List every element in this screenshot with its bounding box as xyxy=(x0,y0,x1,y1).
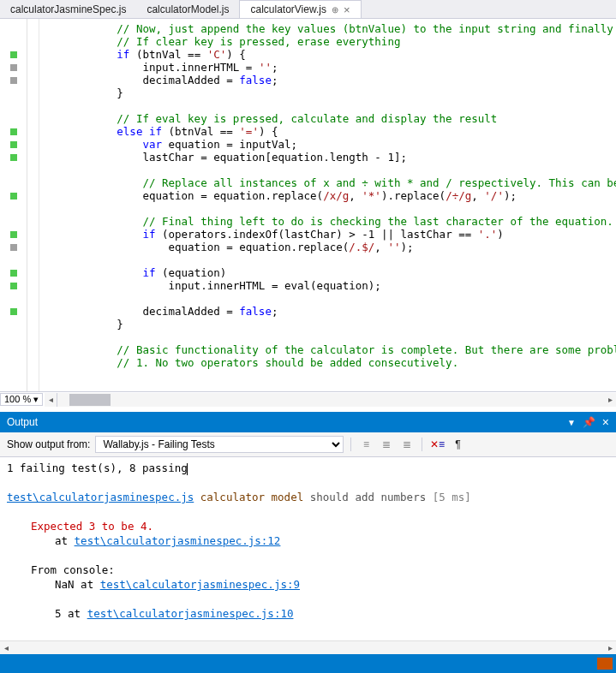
coverage-marker xyxy=(0,253,27,266)
code-line[interactable]: // Basic functionality of the calculator… xyxy=(39,343,616,356)
output-horizontal-scrollbar[interactable]: ◂ ▸ xyxy=(0,640,616,654)
scrollbar-thumb[interactable] xyxy=(69,394,111,406)
tab-calculator-view[interactable]: calculatorView.js ⊕ × xyxy=(239,0,361,18)
status-bar xyxy=(0,654,616,673)
notification-icon[interactable] xyxy=(597,658,613,670)
horizontal-scrollbar[interactable] xyxy=(57,393,604,407)
coverage-marker xyxy=(0,202,27,215)
code-line[interactable]: // Replace all instances of x and ÷ with… xyxy=(39,176,616,189)
indent-left-icon[interactable]: ≡ xyxy=(358,437,374,452)
expect-message: Expected 3 to be 4. xyxy=(31,520,153,533)
coverage-marker xyxy=(0,331,27,343)
code-line[interactable]: if (operators.indexOf(lastChar) > -1 || … xyxy=(39,228,616,241)
source-label: Show output from: xyxy=(7,438,90,450)
code-line[interactable]: input.innerHTML = eval(equation); xyxy=(39,279,616,292)
coverage-marker xyxy=(0,305,27,318)
at-label: at xyxy=(55,534,75,547)
coverage-marker xyxy=(0,356,27,369)
coverage-marker xyxy=(0,151,27,164)
coverage-marker xyxy=(0,125,27,138)
code-line[interactable]: if (equation) xyxy=(39,266,616,279)
code-line[interactable]: else if (btnVal == '=') { xyxy=(39,125,616,138)
code-line[interactable]: // Final thing left to do is checking th… xyxy=(39,215,616,228)
coverage-marker xyxy=(0,138,27,151)
scroll-right-icon[interactable]: ▸ xyxy=(604,641,616,654)
code-line[interactable] xyxy=(39,202,616,215)
code-line[interactable]: // 1. No two operators should be added c… xyxy=(39,356,616,369)
code-area[interactable]: // Now, just append the key values (btnV… xyxy=(39,19,616,391)
code-line[interactable]: } xyxy=(39,86,616,99)
coverage-marker xyxy=(0,86,27,99)
dropdown-icon[interactable]: ▼ xyxy=(567,418,576,427)
tab-calculator-model[interactable]: calculatorModel.js xyxy=(136,0,239,18)
scroll-left-icon[interactable]: ◂ xyxy=(0,641,12,654)
code-line[interactable]: lastChar = equation[equation.length - 1]… xyxy=(39,151,616,164)
console-link[interactable]: test\calculatorjasminespec.js:9 xyxy=(100,578,300,591)
output-source-select[interactable]: Wallaby.js - Failing Tests xyxy=(95,436,344,453)
code-line[interactable] xyxy=(39,331,616,343)
scroll-right-icon[interactable]: ▸ xyxy=(604,393,616,407)
coverage-marker xyxy=(0,215,27,228)
code-editor[interactable]: // Now, just append the key values (btnV… xyxy=(0,19,616,391)
word-wrap-icon[interactable]: ¶ xyxy=(450,437,465,452)
code-line[interactable]: if (btnVal == 'C') { xyxy=(39,48,616,61)
spec-file-link[interactable]: test\calculatorjasminespec.js xyxy=(7,491,194,503)
code-line[interactable]: equation = equation.replace(/.$/, ''); xyxy=(39,241,616,253)
zoom-select[interactable]: 100 % ▾ xyxy=(0,393,43,406)
tab-label: calculatorJasmineSpec.js xyxy=(10,3,126,15)
tab-jasmine-spec[interactable]: calculatorJasmineSpec.js xyxy=(0,0,136,18)
coverage-marker xyxy=(0,176,27,189)
console-link[interactable]: test\calculatorjasminespec.js:10 xyxy=(87,607,294,620)
console-prefix: NaN at xyxy=(55,578,100,591)
code-line[interactable] xyxy=(39,253,616,266)
coverage-marker xyxy=(0,189,27,202)
indent-right-icon[interactable]: ≣ xyxy=(399,437,415,452)
code-line[interactable] xyxy=(39,164,616,176)
code-line[interactable]: // Now, just append the key values (btnV… xyxy=(39,22,616,35)
coverage-marker xyxy=(0,164,27,176)
spec-time: [5 ms] xyxy=(433,491,471,503)
chevron-down-icon: ▾ xyxy=(33,394,39,404)
collapse-gutter xyxy=(27,19,39,391)
code-line[interactable] xyxy=(39,99,616,112)
coverage-marker xyxy=(0,74,27,86)
code-line[interactable] xyxy=(39,292,616,305)
coverage-marker xyxy=(0,343,27,356)
coverage-marker xyxy=(0,228,27,241)
code-line[interactable]: decimalAdded = false; xyxy=(39,74,616,86)
coverage-marker xyxy=(0,61,27,74)
scroll-left-icon[interactable]: ◂ xyxy=(45,393,57,407)
coverage-marker xyxy=(0,318,27,331)
close-icon[interactable]: × xyxy=(344,3,350,16)
pin-icon[interactable]: ⊕ xyxy=(332,5,338,15)
code-line[interactable]: var equation = inputVal; xyxy=(39,138,616,151)
spec-should: should add numbers xyxy=(310,491,426,503)
output-summary: 1 failing test(s), 8 passing xyxy=(7,462,188,474)
indent-more-icon[interactable]: ≣ xyxy=(379,437,394,452)
editor-footer: 100 % ▾ ◂ ▸ xyxy=(0,391,616,407)
code-line[interactable]: input.innerHTML = ''; xyxy=(39,61,616,74)
output-title: Output xyxy=(7,416,38,428)
editor-tabs: calculatorJasmineSpec.js calculatorModel… xyxy=(0,0,616,19)
coverage-marker xyxy=(0,292,27,305)
output-panel-title: Output ▼ 📌 × xyxy=(0,412,616,432)
tab-label: calculatorModel.js xyxy=(147,3,229,15)
code-line[interactable]: equation = equation.replace(/x/g, '*').r… xyxy=(39,189,616,202)
pin-icon[interactable]: 📌 xyxy=(583,416,595,428)
expect-location-link[interactable]: test\calculatorjasminespec.js:12 xyxy=(75,534,281,547)
code-line[interactable]: // If clear key is pressed, erase everyt… xyxy=(39,35,616,48)
marker-gutter xyxy=(0,19,27,391)
coverage-marker xyxy=(0,99,27,112)
code-line[interactable]: // If eval key is pressed, calculate and… xyxy=(39,112,616,125)
coverage-marker xyxy=(0,22,27,35)
clear-icon[interactable]: ✕≡ xyxy=(429,437,445,452)
console-prefix: 5 at xyxy=(55,607,87,620)
coverage-marker xyxy=(0,279,27,292)
console-label: From console: xyxy=(31,563,115,576)
coverage-marker xyxy=(0,48,27,61)
close-icon[interactable]: × xyxy=(602,415,609,429)
output-body[interactable]: 1 failing test(s), 8 passing test\calcul… xyxy=(0,457,616,640)
code-line[interactable]: decimalAdded = false; xyxy=(39,305,616,318)
coverage-marker xyxy=(0,112,27,125)
code-line[interactable]: } xyxy=(39,318,616,331)
